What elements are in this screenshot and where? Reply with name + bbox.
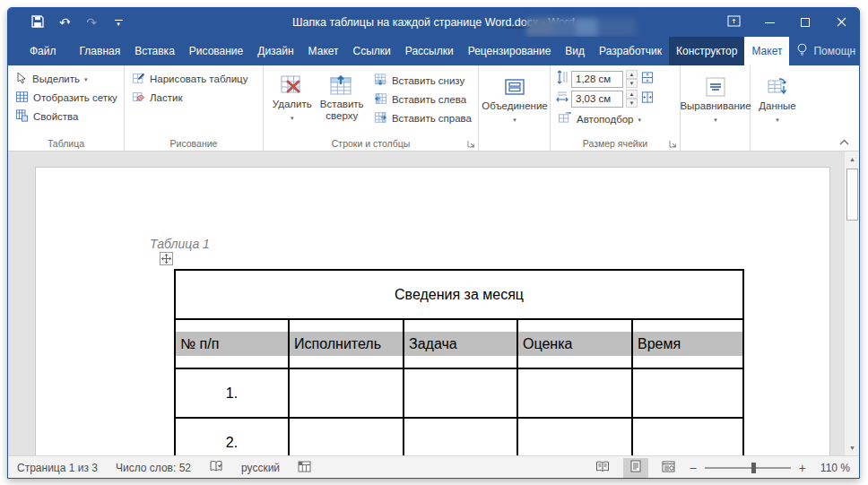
tell-me-help[interactable]: Помощн <box>796 43 855 59</box>
eraser-button[interactable]: Ластик <box>130 88 258 107</box>
ribbon-group-table: Выделить ▾ Отобразить сетку Свойства Таб… <box>8 65 125 151</box>
draw-table-button[interactable]: Нарисовать таблицу <box>130 69 258 88</box>
rows-columns-dialog-launcher[interactable] <box>465 138 476 149</box>
empty-cell[interactable] <box>632 418 743 455</box>
tab-home[interactable]: Главная <box>73 37 128 65</box>
zoom-out-button[interactable]: − <box>690 463 697 472</box>
cell-size-dialog-launcher[interactable] <box>667 138 678 149</box>
read-mode-button[interactable] <box>590 458 615 478</box>
document-area: Таблица 1 Сведения за месяц № п/п Исполн… <box>8 152 859 455</box>
distribute-rows-icon[interactable] <box>640 71 655 88</box>
page-indicator[interactable]: Страница 1 из 3 <box>17 462 98 474</box>
tab-design[interactable]: Дизайн <box>250 37 300 65</box>
tab-mailings[interactable]: Рассылки <box>398 37 461 65</box>
empty-cell[interactable] <box>404 418 517 455</box>
tab-layout[interactable]: Макет <box>301 37 346 65</box>
grid-icon <box>15 91 29 105</box>
tab-developer[interactable]: Разработчик <box>592 37 669 65</box>
scrollbar-thumb[interactable] <box>846 169 858 221</box>
header-cell-grade[interactable]: Оценка <box>517 319 632 368</box>
insert-above-button[interactable]: Вставить сверху <box>316 69 369 135</box>
empty-cell[interactable] <box>517 418 632 455</box>
zoom-level[interactable]: 110 % <box>814 462 850 474</box>
word-count[interactable]: Число слов: 52 <box>116 462 191 474</box>
scroll-down-button[interactable]: ▼ <box>845 440 859 455</box>
proofing-status[interactable] <box>209 460 223 475</box>
insert-below-button[interactable]: Вставить снизу <box>372 71 473 90</box>
help-bulb-icon <box>796 43 808 59</box>
chevron-down-icon: ▾ <box>638 117 642 124</box>
empty-cell[interactable] <box>517 368 632 418</box>
save-button[interactable] <box>26 11 49 34</box>
tab-view[interactable]: Вид <box>558 37 592 65</box>
table-title-cell[interactable]: Сведения за месяц <box>175 270 743 319</box>
tab-insert[interactable]: Вставка <box>127 37 182 65</box>
delete-button[interactable]: Удалить ▾ <box>269 69 316 135</box>
ribbon-display-options-button[interactable] <box>716 8 751 37</box>
window-controls <box>716 8 859 37</box>
header-cell-time[interactable]: Время <box>632 319 743 368</box>
delete-label: Удалить <box>273 99 312 110</box>
maximize-button[interactable] <box>787 8 823 37</box>
col-width-field[interactable] <box>571 91 623 108</box>
header-cell-executor[interactable]: Исполнитель <box>289 319 404 368</box>
select-label: Выделить <box>32 74 80 84</box>
web-layout-button[interactable] <box>656 458 681 478</box>
customize-qat-button[interactable]: ▾ <box>107 11 130 34</box>
vertical-scrollbar[interactable]: ▲ ▼ <box>844 152 859 455</box>
header-cell-number[interactable]: № п/п <box>175 319 289 368</box>
merge-button[interactable]: Объединение ▾ <box>484 71 545 137</box>
row-height-spinner[interactable]: ▲▼ <box>626 70 638 88</box>
alignment-button[interactable]: Выравнивание ▾ <box>686 71 745 137</box>
dialog-launcher-icon <box>467 135 475 152</box>
insert-left-button[interactable]: Вставить слева <box>372 90 473 108</box>
scroll-up-button[interactable]: ▲ <box>845 152 859 167</box>
close-icon <box>837 14 846 30</box>
empty-cell[interactable] <box>289 418 404 455</box>
distribute-cols-icon[interactable] <box>640 91 655 108</box>
tab-table-design[interactable]: Конструктор <box>669 37 744 65</box>
header-cell-task[interactable]: Задача <box>404 319 517 368</box>
autofit-button[interactable]: Автоподбор ▾ <box>556 109 675 128</box>
document-table[interactable]: Сведения за месяц № п/п Исполнитель Зада… <box>174 269 744 455</box>
tab-review[interactable]: Рецензирование <box>461 37 559 65</box>
maximize-icon <box>801 18 810 27</box>
tab-table-layout[interactable]: Макет <box>744 37 789 65</box>
row-height-field[interactable] <box>571 71 623 88</box>
empty-cell[interactable] <box>289 368 404 418</box>
view-gridlines-label: Отобразить сетку <box>33 92 117 103</box>
ribbon-group-data: Данные ▾ <box>751 65 801 151</box>
tab-references[interactable]: Ссылки <box>346 37 398 65</box>
insert-right-icon <box>374 111 387 126</box>
tab-draw[interactable]: Рисование <box>182 37 250 65</box>
data-button[interactable]: Данные ▾ <box>756 71 799 137</box>
zoom-slider-handle[interactable] <box>751 463 756 473</box>
table-move-handle[interactable] <box>160 252 173 265</box>
language-indicator[interactable]: русский <box>241 462 280 474</box>
col-width-spinner[interactable]: ▲▼ <box>626 90 638 108</box>
zoom-out-icon: − <box>690 461 697 475</box>
row-number-cell[interactable]: 1. <box>175 368 289 418</box>
zoom-slider[interactable] <box>705 467 791 469</box>
row-number-cell[interactable]: 2. <box>175 418 289 455</box>
data-icon <box>767 74 788 100</box>
redo-button[interactable]: ↷ <box>80 11 103 34</box>
macro-record-button[interactable] <box>298 461 311 475</box>
read-mode-icon <box>595 461 610 475</box>
select-button[interactable]: Выделить ▾ <box>13 69 119 88</box>
undo-button[interactable]: ↶▾ <box>53 11 76 34</box>
insert-right-button[interactable]: Вставить справа <box>372 108 473 127</box>
collapse-ribbon-button[interactable] <box>836 134 852 147</box>
view-gridlines-button[interactable]: Отобразить сетку <box>13 88 119 107</box>
minimize-button[interactable] <box>751 8 787 37</box>
macro-icon <box>298 463 311 475</box>
empty-cell[interactable] <box>632 368 743 418</box>
properties-button[interactable]: Свойства <box>13 107 119 126</box>
empty-cell[interactable] <box>404 368 517 418</box>
tab-file[interactable]: Файл <box>19 37 67 65</box>
zoom-in-button[interactable]: + <box>799 463 806 472</box>
select-icon <box>15 72 28 86</box>
ribbon-display-icon <box>727 14 741 30</box>
print-layout-button[interactable] <box>623 458 648 478</box>
close-button[interactable] <box>823 8 859 37</box>
